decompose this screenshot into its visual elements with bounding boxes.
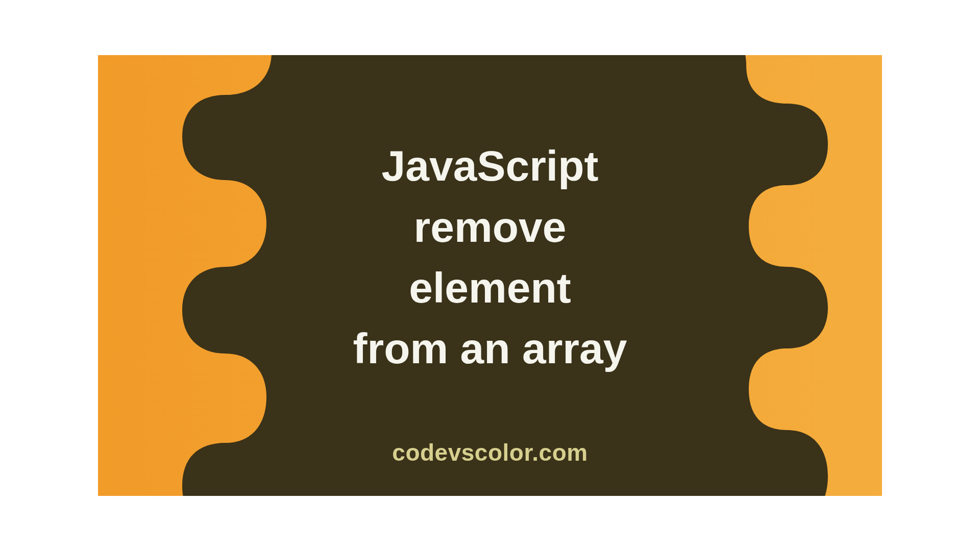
site-credit: codevscolor.com	[392, 439, 587, 466]
banner: JavaScript remove element from an array …	[98, 55, 882, 496]
banner-title: JavaScript remove element from an array	[353, 136, 627, 380]
